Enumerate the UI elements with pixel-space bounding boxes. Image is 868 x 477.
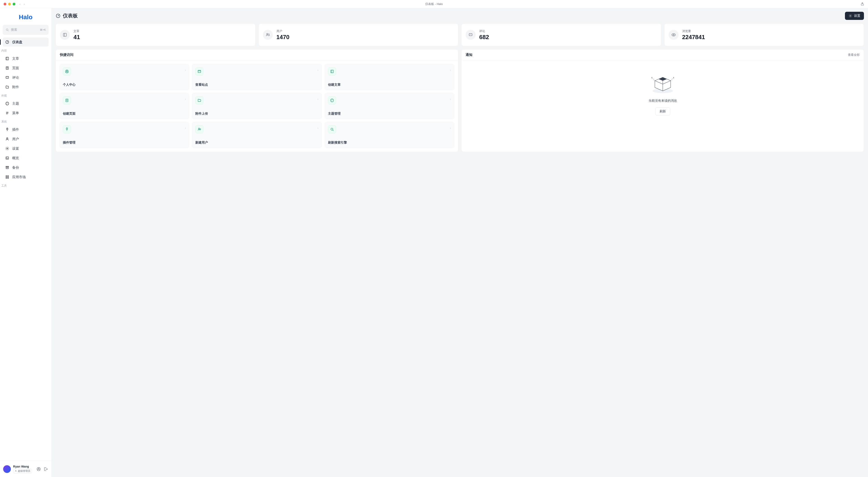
svg-point-29 [651, 78, 652, 78]
sidebar-item[interactable]: 设置 [3, 144, 49, 153]
sidebar-section-heading: 系统 [0, 118, 51, 125]
message-icon [5, 75, 9, 80]
chevron-right-icon: › [450, 68, 451, 72]
svg-point-28 [673, 78, 674, 78]
minimize-window-button[interactable] [8, 3, 11, 5]
pages-icon [5, 66, 9, 70]
chevron-right-icon: › [185, 97, 186, 101]
book-icon [328, 67, 336, 76]
account-icon [63, 67, 71, 76]
stat-card: 浏览量2247841 [664, 24, 864, 46]
sidebar-item[interactable]: 页面 [3, 63, 49, 72]
sidebar-item[interactable]: 用户 [3, 135, 49, 144]
quick-card[interactable]: ›新建用户 [192, 122, 322, 148]
sidebar-item[interactable]: 菜单 [3, 109, 49, 118]
stat-label: 评论 [479, 29, 489, 33]
quick-card[interactable]: ›查看站点 [192, 64, 322, 90]
sidebar: Halo 搜索 ⌘+K 仪表盘 内容文章页面评论附件外观主题菜单系统插件用户设置… [0, 8, 52, 477]
stat-label: 文章 [73, 29, 80, 33]
users-icon [263, 30, 273, 40]
stats-row: 文章41用户1470评论682浏览量2247841 [56, 24, 864, 46]
share-icon[interactable] [860, 2, 864, 6]
stat-card: 文章41 [56, 24, 255, 46]
sidebar-item[interactable]: 主题 [3, 99, 49, 108]
sidebar-footer: Ryan Wang 超级管理员 [0, 461, 51, 477]
empty-state-text: 当前没有未读的消息 [649, 99, 677, 103]
search-icon [328, 125, 336, 133]
chevron-right-icon: › [317, 97, 318, 101]
user-role-badge: 超级管理员 [13, 469, 32, 473]
sidebar-section-heading: 工具 [0, 182, 51, 189]
sidebar-item-label: 备份 [12, 166, 19, 170]
sidebar-item-label: 主题 [12, 101, 19, 106]
profile-icon[interactable] [36, 467, 41, 471]
quick-card[interactable]: ›主题管理 [324, 93, 454, 119]
view-all-link[interactable]: 查看全部 [848, 53, 860, 57]
sidebar-item-label: 概览 [12, 156, 19, 160]
search-placeholder: 搜索 [11, 28, 40, 32]
chevron-right-icon: › [450, 97, 451, 101]
sidebar-item-label: 设置 [12, 147, 19, 151]
quick-card-label: 创建页面 [63, 112, 186, 116]
chevron-right-icon: › [317, 68, 318, 72]
sidebar-item[interactable]: 插件 [3, 125, 49, 134]
plug-icon [63, 125, 71, 133]
quick-card-label: 查看站点 [195, 83, 318, 87]
sidebar-item-label: 仪表盘 [12, 40, 22, 44]
search-shortcut: ⌘+K [40, 28, 46, 31]
chevron-right-icon: › [185, 126, 186, 130]
sidebar-item[interactable]: 文章 [3, 54, 49, 63]
empty-state-icon [649, 72, 676, 94]
close-window-button[interactable] [4, 3, 6, 5]
refresh-button[interactable]: 刷新 [655, 108, 670, 116]
sidebar-item[interactable]: 概览 [3, 153, 49, 162]
quick-card[interactable]: ›附件上传 [192, 93, 322, 119]
search-icon [5, 28, 9, 32]
stat-label: 用户 [276, 29, 289, 33]
quick-card[interactable]: ›插件管理 [59, 122, 189, 148]
eye-icon [669, 30, 679, 40]
window-controls [4, 3, 16, 5]
nav-arrows: ‹ › [20, 2, 25, 6]
sidebar-item[interactable]: 应用市场 [3, 173, 49, 182]
search-input[interactable]: 搜索 ⌘+K [3, 25, 49, 35]
quick-card-label: 插件管理 [63, 141, 186, 145]
list-icon [5, 111, 9, 115]
quick-card[interactable]: ›个人中心 [59, 64, 189, 90]
sidebar-item-label: 页面 [12, 66, 19, 70]
logout-icon[interactable] [43, 467, 48, 471]
stat-value: 682 [479, 34, 489, 41]
quick-card-label: 个人中心 [63, 83, 186, 87]
palette-icon [328, 96, 336, 105]
quick-card[interactable]: ›刷新搜索引擎 [324, 122, 454, 148]
window-icon [195, 67, 204, 76]
forward-button[interactable]: › [24, 2, 25, 6]
quick-access-title: 快捷访问 [56, 50, 458, 60]
grid-icon [5, 175, 9, 179]
sidebar-item[interactable]: 备份 [3, 163, 49, 172]
quick-access-panel: 快捷访问 ›个人中心›查看站点›创建文章›创建页面›附件上传›主题管理›插件管理… [56, 49, 458, 152]
chevron-right-icon: › [317, 126, 318, 130]
settings-button[interactable]: 设置 [845, 12, 864, 20]
back-button[interactable]: ‹ [20, 2, 21, 6]
notifications-title: 通知 [466, 53, 472, 57]
window-title: 仪表板 - Halo [425, 2, 442, 6]
plug-icon [5, 127, 9, 132]
sidebar-item[interactable]: 附件 [3, 83, 49, 92]
sidebar-item[interactable]: 评论 [3, 73, 49, 82]
avatar[interactable] [3, 465, 11, 473]
user-name: Ryan Wang [13, 465, 32, 468]
stat-card: 用户1470 [258, 24, 458, 46]
stat-value: 1470 [276, 34, 289, 41]
sidebar-item-label: 附件 [12, 85, 19, 89]
brand-logo: Halo [0, 10, 51, 25]
quick-card[interactable]: ›创建页面 [59, 93, 189, 119]
sidebar-item-label: 应用市场 [12, 175, 26, 179]
sidebar-item-dashboard[interactable]: 仪表盘 [3, 37, 49, 47]
quick-card[interactable]: ›创建文章 [324, 64, 454, 90]
quick-card-label: 附件上传 [195, 112, 318, 116]
sidebar-item-label: 评论 [12, 76, 19, 80]
folder-icon [5, 85, 9, 89]
pages-icon [63, 96, 71, 105]
maximize-window-button[interactable] [13, 3, 16, 5]
